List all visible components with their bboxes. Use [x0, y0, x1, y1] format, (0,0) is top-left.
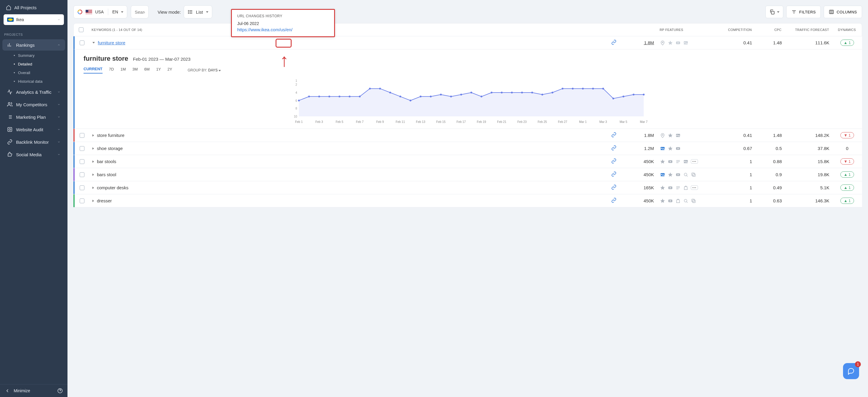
chat-icon: [847, 368, 855, 375]
tab-1m[interactable]: 1M: [120, 67, 126, 73]
subnav-overall[interactable]: •Overall: [12, 68, 67, 77]
minimize-label[interactable]: Minimize: [14, 388, 30, 393]
cell-comp: 1: [708, 159, 755, 164]
select-all-checkbox[interactable]: [79, 27, 84, 32]
expand-icon[interactable]: [92, 173, 94, 176]
keyword-text[interactable]: shoe storage: [97, 146, 123, 151]
svg-rect-123: [692, 199, 694, 202]
expand-icon[interactable]: [92, 200, 94, 202]
tab-current[interactable]: CURRENT: [84, 67, 102, 74]
row-expand: furniture store Feb-01 2023 — Mar-07 202…: [73, 49, 862, 129]
tab-3m[interactable]: 3M: [132, 67, 137, 73]
link-icon[interactable]: [611, 198, 617, 203]
video-icon: [675, 172, 681, 177]
link-icon[interactable]: [611, 185, 617, 190]
row-checkbox[interactable]: [80, 172, 85, 177]
nav-website-audit[interactable]: Website Audit: [2, 124, 65, 135]
cell-cpc: 0.5: [755, 146, 785, 151]
expand-range: Feb-01 2023 — Mar-07 2023: [133, 57, 190, 62]
dynamics-chip: ▲ 1: [840, 39, 854, 46]
search-input[interactable]: [135, 9, 145, 15]
tab-2y[interactable]: 2Y: [167, 67, 172, 73]
row-checkbox[interactable]: [80, 186, 85, 190]
svg-point-56: [501, 92, 503, 93]
th-serp[interactable]: RP FEATURES: [657, 28, 707, 32]
expand-icon[interactable]: [92, 134, 94, 137]
all-projects-link[interactable]: All Projects: [4, 3, 64, 12]
svg-point-44: [379, 88, 381, 90]
svg-point-36: [298, 100, 300, 102]
link-icon[interactable]: [611, 171, 617, 177]
chevron-down-icon: [57, 115, 60, 118]
keyword-text[interactable]: computer desks: [97, 185, 128, 190]
expand-icon[interactable]: [92, 187, 94, 189]
dynamics-chip: ▼ 1: [840, 132, 854, 138]
image-icon: [683, 159, 688, 164]
keyword-link[interactable]: furniture store: [98, 40, 125, 45]
link-icon[interactable]: [611, 132, 617, 138]
map-pin-icon: [660, 40, 665, 46]
nav-analytics[interactable]: Analytics & Traffic: [2, 86, 65, 97]
th-dynamics[interactable]: DYNAMICS: [832, 28, 862, 32]
link-icon[interactable]: [611, 145, 617, 150]
viewmode-select[interactable]: List: [184, 5, 212, 19]
more-icon[interactable]: •••: [691, 186, 698, 190]
subnav-detailed[interactable]: •Detailed: [12, 60, 67, 68]
th-traffic[interactable]: TRAFFIC FORECAST: [784, 28, 832, 32]
nav-competitors[interactable]: My Competitors: [2, 99, 65, 110]
project-select[interactable]: Ikea: [4, 14, 64, 25]
link-icon[interactable]: [611, 39, 617, 45]
expand-icon[interactable]: [92, 161, 94, 163]
row-checkbox[interactable]: [80, 159, 85, 164]
help-icon[interactable]: [57, 388, 63, 393]
keyword-text[interactable]: bars stool: [97, 172, 116, 177]
keyword-text[interactable]: store furniture: [97, 133, 125, 138]
th-keywords[interactable]: KEYWORDS (1 - 14 OUT OF 14): [89, 28, 603, 32]
subnav-summary[interactable]: •Summary: [12, 51, 67, 60]
nav-backlink[interactable]: Backlink Monitor: [2, 136, 65, 148]
cell-cpc: 1.48: [755, 40, 785, 45]
row-checkbox[interactable]: [80, 198, 85, 203]
keyword-text[interactable]: dresser: [97, 198, 112, 203]
row-checkbox[interactable]: [80, 40, 85, 45]
keyword-text[interactable]: bar stools: [97, 159, 116, 164]
th-cpc[interactable]: CPC: [755, 28, 784, 32]
row-checkbox[interactable]: [80, 146, 85, 151]
tab-6m[interactable]: 6M: [144, 67, 150, 73]
list-icon: [188, 9, 193, 15]
nav-rankings[interactable]: Rankings: [2, 39, 65, 51]
svg-rect-122: [693, 200, 695, 203]
copy-button[interactable]: [766, 6, 783, 18]
nav-marketing-plan[interactable]: Marketing Plan: [2, 111, 65, 123]
svg-text:Feb 17: Feb 17: [457, 120, 466, 123]
collapse-icon[interactable]: [92, 42, 95, 44]
link-icon[interactable]: [611, 158, 617, 164]
svg-point-60: [541, 94, 543, 95]
more-icon[interactable]: •••: [691, 159, 698, 164]
table-row: computer desks165K•••10.495.1K▲ 1: [73, 181, 862, 194]
th-competition[interactable]: COMPETITION: [707, 28, 755, 32]
list-icon: [7, 114, 12, 120]
country-select[interactable]: USA EN: [73, 5, 127, 19]
svg-point-37: [308, 95, 310, 97]
cell-serp: [657, 133, 708, 138]
nav-social[interactable]: Social Media: [2, 149, 65, 160]
row-checkbox[interactable]: [80, 133, 85, 138]
filters-button[interactable]: FILTERS: [786, 6, 821, 18]
arrow-left-icon[interactable]: [5, 388, 10, 393]
chevron-down-icon: [57, 140, 60, 143]
cell-traffic: 148.2K: [785, 133, 832, 138]
expand-icon[interactable]: [92, 147, 94, 150]
chat-fab[interactable]: 1: [843, 363, 859, 379]
search-input-wrap[interactable]: [131, 5, 149, 19]
columns-button[interactable]: COLUMNS: [824, 6, 862, 18]
video-icon: [668, 198, 673, 203]
tab-1y[interactable]: 1Y: [156, 67, 161, 73]
svg-point-16: [188, 11, 189, 12]
dynamics-chip: ▼ 1: [840, 158, 854, 165]
popover-url-link[interactable]: https://www.ikea.com/us/en/: [237, 27, 292, 32]
subnav-historical[interactable]: •Historical data: [12, 77, 67, 86]
groupby-value[interactable]: DAYS: [208, 68, 218, 72]
chevron-down-icon: [57, 128, 60, 131]
tab-7d[interactable]: 7D: [109, 67, 114, 73]
